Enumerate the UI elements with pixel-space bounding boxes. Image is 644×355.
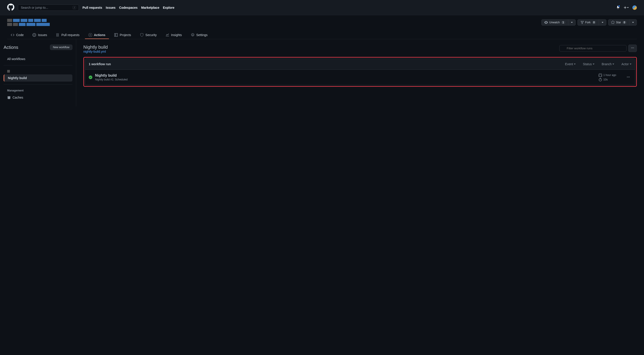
nav-marketplace[interactable]: Marketplace [141,6,159,10]
tab-issues[interactable]: Issues [29,32,50,39]
run-duration: 10s [604,78,608,81]
eye-icon [544,20,548,24]
success-icon [89,76,92,79]
unwatch-menu[interactable] [568,20,576,25]
pull-request-icon [56,33,60,37]
fork-count: 0 [592,21,596,24]
divider [4,65,72,66]
tab-actions[interactable]: Actions [85,32,109,39]
filter-runs-input[interactable] [559,45,626,52]
user-avatar[interactable] [632,6,637,10]
filter-status[interactable]: Status [583,62,594,66]
filter-branch[interactable]: Branch [602,62,614,66]
sidebar-management-label: Management [4,87,72,94]
repo-name [7,19,50,26]
filter-event[interactable]: Event [565,62,576,66]
fork-menu[interactable] [599,20,606,25]
repo-header: Unwatch 1 Fork 0 [0,15,644,39]
nav-issues[interactable]: Issues [106,6,116,10]
sidebar-caches[interactable]: Caches [4,94,72,101]
nav-pull-requests[interactable]: Pull requests [82,6,102,10]
fork-button[interactable]: Fork 0 [578,20,599,25]
fork-icon [580,20,584,24]
tab-projects[interactable]: Projects [111,32,135,39]
star-label: Star [616,21,621,24]
caret-down-icon [612,64,614,64]
issue-icon [32,33,36,37]
unwatch-label: Unwatch [549,21,560,24]
caret-down-icon [602,22,604,23]
star-count: 0 [622,21,626,24]
run-options-menu[interactable] [625,74,632,81]
sidebar-nightly-build[interactable]: Nightly build [4,74,72,82]
unwatch-button[interactable]: Unwatch 1 [542,20,568,25]
workflow-yml-link[interactable]: nightly-build.yml [83,50,106,53]
stopwatch-icon [598,78,602,81]
sidebar-all-workflows[interactable]: All workflows [4,55,72,62]
notification-indicator [618,5,620,7]
watch-count: 1 [561,21,565,24]
run-time: 1 hour ago [604,74,616,77]
runs-count: 1 workflow run [89,62,111,66]
run-title: Nightly build [95,74,598,78]
star-button[interactable]: Star 0 [608,20,630,25]
divider [4,84,72,84]
caret-down-icon [593,64,594,64]
tab-security[interactable]: Security [136,32,160,39]
run-row[interactable]: Nightly build Nightly build #1: Schedule… [85,70,635,85]
shield-icon [140,33,144,37]
sidebar-title: Actions [4,45,18,50]
play-icon [88,33,92,37]
workflow-options-menu[interactable] [628,44,637,52]
table-icon [114,33,118,37]
star-icon [611,20,615,24]
avatar-image [632,6,637,10]
caret-down-icon [571,22,573,23]
caret-down-icon [632,22,634,23]
tab-insights[interactable]: Insights [162,32,185,39]
calendar-icon [598,73,602,77]
global-header: Search or jump to... / Pull requests Iss… [0,0,644,15]
code-icon [11,33,14,37]
nav-codespaces[interactable]: Codespaces [119,6,138,10]
caret-down-icon [627,7,629,8]
header-right [616,6,637,10]
notifications-button[interactable] [616,6,620,10]
cache-icon [7,96,11,99]
new-workflow-button[interactable]: New workflow [50,44,72,50]
runs-highlight-box: 1 workflow run Event Status Branch [83,57,637,87]
plus-icon [624,6,627,10]
kebab-icon [626,75,630,79]
tab-code[interactable]: Code [7,32,27,39]
global-nav: Pull requests Issues Codespaces Marketpl… [82,6,174,10]
workflow-title: Nightly build [83,44,108,50]
repo-tabs: Code Issues Pull requests Actions Projec… [7,32,637,39]
search-placeholder: Search or jump to... [21,6,48,10]
nav-explore[interactable]: Explore [163,6,174,10]
caret-down-icon [574,64,576,64]
repo-actions: Unwatch 1 Fork 0 [541,19,637,26]
kebab-icon [631,46,634,50]
main-content: Nightly build nightly-build.yml 1 workfl… [76,39,644,106]
gear-icon [191,33,194,37]
tab-settings[interactable]: Settings [187,32,211,39]
actions-sidebar: Actions New workflow All workflows Night… [0,39,76,106]
graph-icon [166,33,169,37]
star-menu[interactable] [630,20,636,25]
search-hotkey: / [72,6,76,9]
github-icon [7,4,14,11]
search-input[interactable]: Search or jump to... / [18,4,79,11]
caret-down-icon [630,64,632,64]
sidebar-hidden-workflows[interactable] [4,68,72,74]
runs-table: 1 workflow run Event Status Branch [85,58,635,85]
tab-pull-requests[interactable]: Pull requests [52,32,83,39]
github-logo[interactable] [7,4,18,12]
filter-actor[interactable]: Actor [621,62,632,66]
create-new-menu[interactable] [624,6,629,10]
run-subtitle: Nightly build #1: Scheduled [95,78,598,81]
fork-label: Fork [585,21,591,24]
